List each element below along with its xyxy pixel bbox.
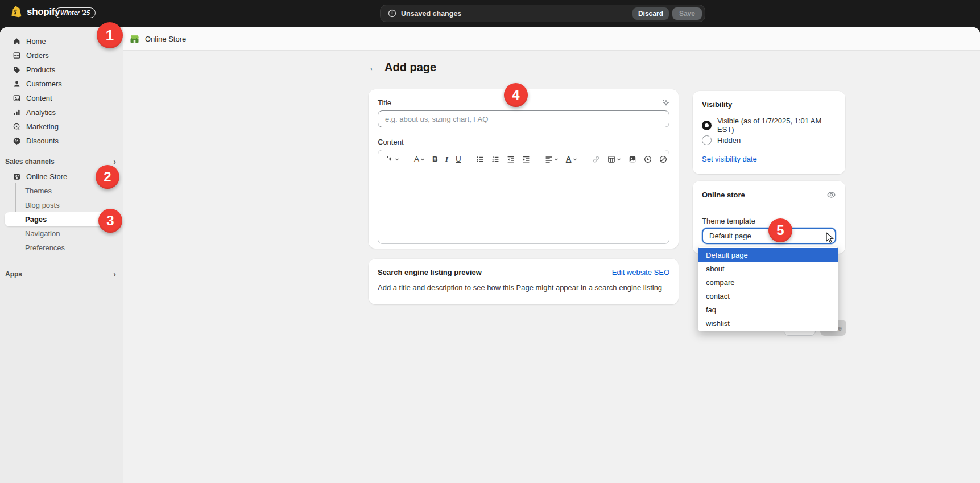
link-icon[interactable] (590, 154, 602, 164)
online-store-card: Online store Theme template Default page… (693, 181, 845, 254)
edit-website-seo-link[interactable]: Edit website SEO (612, 268, 669, 276)
content-icon (12, 94, 21, 103)
admin-shell: Home Orders Products Customers Content (0, 27, 980, 483)
alert-icon (388, 9, 396, 18)
clear-format-icon[interactable] (658, 154, 669, 164)
page-title: Add page (384, 61, 436, 74)
image-icon[interactable] (627, 154, 638, 164)
unsaved-changes-label: Unsaved changes (401, 10, 461, 18)
radio-label: Visible (as of 1/7/2025, 1:01 AM EST) (717, 117, 836, 134)
sidebar-item-label: Content (26, 94, 52, 102)
outdent-icon[interactable] (505, 154, 516, 164)
chevron-right-icon: › (113, 157, 116, 166)
select-value: Default page (709, 232, 751, 240)
select-caret-icon: ˆ (827, 233, 829, 240)
chevron-down-icon (420, 157, 425, 162)
shopify-logo[interactable]: shopify (11, 6, 60, 18)
template-dropdown: Default page about compare contact faq w… (698, 247, 838, 331)
content-field-label: Content (378, 138, 669, 146)
dropdown-option-default-page[interactable]: Default page (698, 248, 838, 262)
main-column: Title Content (369, 89, 679, 304)
sidebar-item-customers[interactable]: Customers (0, 77, 123, 91)
chevron-down-icon (573, 157, 577, 162)
seo-preview-card: Search engine listing preview Edit websi… (369, 259, 679, 304)
shopify-bag-icon (11, 6, 22, 18)
dropdown-option-contact[interactable]: contact (698, 289, 838, 303)
sidebar-item-preferences[interactable]: Preferences (0, 241, 123, 255)
channel-breadcrumb[interactable]: Online Store (123, 27, 980, 51)
title-field-label: Title (378, 98, 391, 107)
online-store-card-title: Online store (702, 191, 745, 199)
save-button[interactable]: Save (672, 7, 702, 20)
dropdown-option-compare[interactable]: compare (698, 275, 838, 289)
visibility-option-visible[interactable]: Visible (as of 1/7/2025, 1:01 AM EST) (702, 118, 836, 133)
sidebar-item-discounts[interactable]: Discounts (0, 134, 123, 148)
sidebar-item-orders[interactable]: Orders (0, 48, 123, 63)
editor-toolbar: A B I U (378, 150, 669, 168)
chevron-right-icon: › (113, 270, 116, 279)
chevron-down-icon (395, 157, 399, 162)
orders-icon (12, 51, 21, 60)
theme-template-label: Theme template (702, 217, 836, 225)
products-icon (12, 65, 21, 75)
title-input[interactable] (378, 110, 669, 127)
sidebar-item-marketing[interactable]: Marketing (0, 119, 123, 134)
italic-icon[interactable]: I (444, 154, 450, 164)
page-details-card: Title Content (369, 89, 679, 249)
numbered-list-icon[interactable] (490, 154, 501, 164)
video-icon[interactable] (642, 154, 654, 164)
bold-icon[interactable]: B (431, 154, 440, 164)
sidebar-item-label: Home (26, 37, 46, 46)
visibility-card: Visibility Visible (as of 1/7/2025, 1:01… (693, 91, 845, 174)
sidebar-item-content[interactable]: Content (0, 91, 123, 105)
magic-icon[interactable] (384, 154, 401, 164)
shopify-admin: shopify Winter '25 Unsaved changes Disca… (0, 0, 980, 483)
annotation-step-2: 2 (96, 165, 119, 189)
sidebar: Home Orders Products Customers Content (0, 27, 123, 483)
visibility-option-hidden[interactable]: Hidden (702, 133, 836, 147)
main-area: Online Store ← Add page Title Conte (123, 27, 980, 483)
sidebar-item-analytics[interactable]: Analytics (0, 105, 123, 119)
discounts-icon (12, 137, 21, 146)
chevron-down-icon (617, 157, 621, 162)
dropdown-option-wishlist[interactable]: wishlist (698, 316, 838, 330)
alignment-icon[interactable] (543, 154, 560, 164)
channel-title: Online Store (145, 35, 186, 43)
set-visibility-date-link[interactable]: Set visibility date (702, 155, 757, 163)
sidebar-item-label: Products (26, 65, 55, 74)
sidebar-item-label: Orders (26, 51, 49, 60)
version-badge: Winter '25 (55, 7, 96, 18)
rich-text-editor: A B I U (378, 150, 669, 244)
dropdown-option-about[interactable]: about (698, 262, 838, 275)
annotation-step-3: 3 (98, 209, 122, 233)
table-icon[interactable] (606, 154, 623, 164)
text-style-icon[interactable]: A (412, 154, 427, 164)
sidebar-item-label: Customers (26, 80, 62, 88)
online-store-channel-icon (130, 34, 139, 44)
sidebar-item-label: Discounts (26, 137, 59, 145)
chevron-down-icon (554, 157, 559, 162)
radio-unselected-icon[interactable] (702, 135, 712, 145)
eye-icon[interactable] (826, 190, 836, 200)
page-heading: ← Add page (369, 61, 436, 74)
annotation-step-4: 4 (504, 83, 528, 107)
apps-header[interactable]: Apps › (0, 269, 123, 280)
annotation-step-1: 1 (97, 22, 123, 48)
editor-text-area[interactable] (378, 168, 669, 244)
indent-icon[interactable] (520, 154, 532, 164)
seo-description: Add a title and description to see how t… (378, 283, 669, 292)
radio-selected-icon[interactable] (702, 121, 712, 130)
discard-button[interactable]: Discard (632, 7, 669, 20)
text-color-icon[interactable]: A (564, 154, 579, 164)
unsaved-changes-banner: Unsaved changes Discard Save (380, 5, 705, 22)
seo-card-title: Search engine listing preview (378, 268, 482, 276)
sidebar-item-label: Analytics (26, 108, 56, 117)
back-arrow-icon[interactable]: ← (369, 63, 378, 72)
visibility-card-title: Visibility (702, 100, 836, 109)
magic-sparkle-icon[interactable] (661, 98, 669, 107)
dropdown-option-faq[interactable]: faq (698, 303, 838, 316)
sidebar-item-products[interactable]: Products (0, 63, 123, 77)
top-bar: shopify Winter '25 Unsaved changes Disca… (0, 0, 980, 27)
underline-icon[interactable]: U (454, 154, 463, 164)
bullet-list-icon[interactable] (474, 154, 486, 164)
